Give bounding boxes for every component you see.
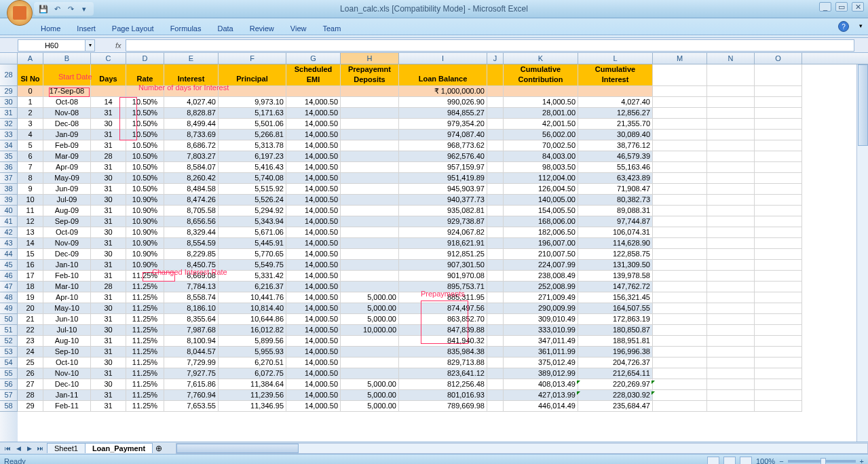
cell[interactable]: 84,003.00: [504, 151, 578, 162]
row-header[interactable]: 55: [0, 368, 18, 379]
cell[interactable]: 8,705.58: [164, 206, 219, 216]
cell[interactable]: 5,526.24: [219, 195, 286, 206]
cell[interactable]: Aug-09: [43, 206, 91, 216]
cell[interactable]: [653, 249, 707, 260]
ribbon-tab-page-layout[interactable]: Page Layout: [104, 22, 162, 35]
cell[interactable]: 11,384.64: [219, 379, 286, 390]
cell[interactable]: 11.25%: [126, 314, 164, 325]
row-header[interactable]: 53: [0, 347, 18, 357]
cell[interactable]: 5,331.42: [219, 271, 286, 282]
cell[interactable]: Aug-10: [43, 336, 91, 347]
cell[interactable]: Jun-09: [43, 184, 91, 195]
cell[interactable]: 10.90%: [126, 216, 164, 227]
cell[interactable]: 10.50%: [126, 151, 164, 162]
cell[interactable]: 5,266.81: [219, 130, 286, 140]
cell[interactable]: [487, 119, 504, 130]
cell[interactable]: [341, 97, 399, 108]
cell[interactable]: 24: [18, 347, 43, 357]
cell[interactable]: 31: [91, 184, 126, 195]
cell[interactable]: 901,970.08: [399, 271, 487, 282]
cell[interactable]: 31: [91, 368, 126, 379]
ribbon-tab-formulas[interactable]: Formulas: [162, 22, 210, 35]
cell[interactable]: Principal: [219, 64, 286, 86]
cell[interactable]: 31: [91, 238, 126, 249]
cell[interactable]: [707, 184, 755, 195]
cell[interactable]: 21: [18, 314, 43, 325]
cell[interactable]: 4,027.40: [164, 97, 219, 108]
cell[interactable]: 10.50%: [126, 130, 164, 140]
cell[interactable]: [487, 206, 504, 216]
cell[interactable]: 140,005.00: [504, 195, 578, 206]
cell[interactable]: 25: [18, 357, 43, 368]
page-break-view-button[interactable]: [740, 457, 752, 465]
cell[interactable]: [487, 238, 504, 249]
cell[interactable]: 224,007.99: [504, 260, 578, 271]
cell[interactable]: [653, 282, 707, 292]
cell[interactable]: 11.25%: [126, 292, 164, 303]
cell[interactable]: 210,007.50: [504, 249, 578, 260]
cell[interactable]: 46,579.39: [578, 151, 653, 162]
cell[interactable]: [755, 195, 802, 206]
spreadsheet-grid[interactable]: ABCDEFGHIJKLMNO 282930313233343536373839…: [0, 53, 868, 442]
cell[interactable]: [755, 173, 802, 184]
cell[interactable]: 8,044.57: [164, 347, 219, 357]
cell[interactable]: [653, 260, 707, 271]
cell[interactable]: 16,012.82: [219, 325, 286, 336]
column-header-cell[interactable]: PrepayemntDeposits: [341, 64, 399, 86]
cell[interactable]: 14,000.50: [286, 303, 341, 314]
cell[interactable]: [653, 97, 707, 108]
cell[interactable]: 5,515.92: [219, 184, 286, 195]
cell[interactable]: 188,951.81: [578, 336, 653, 347]
cell[interactable]: [341, 151, 399, 162]
cell[interactable]: 14,000.50: [286, 390, 341, 401]
cell[interactable]: [755, 357, 802, 368]
cell[interactable]: [487, 368, 504, 379]
namebox-dropdown[interactable]: ▾: [86, 39, 95, 52]
cell[interactable]: 28: [91, 151, 126, 162]
row-header[interactable]: 28: [0, 64, 18, 86]
cell[interactable]: [487, 260, 504, 271]
cell[interactable]: 8,229.85: [164, 249, 219, 260]
cell[interactable]: 6,216.37: [219, 282, 286, 292]
ribbon-tab-data[interactable]: Data: [209, 22, 241, 35]
cell[interactable]: 8,656.56: [164, 216, 219, 227]
cell[interactable]: 14,000.50: [286, 162, 341, 173]
column-header-O[interactable]: O: [755, 53, 802, 64]
cell[interactable]: [487, 325, 504, 336]
cell[interactable]: [707, 292, 755, 303]
cell[interactable]: [487, 357, 504, 368]
name-box[interactable]: [18, 39, 86, 52]
cell[interactable]: [653, 195, 707, 206]
row-header[interactable]: 51: [0, 325, 18, 336]
zoom-out-button[interactable]: −: [779, 457, 783, 465]
cell[interactable]: 29: [18, 401, 43, 412]
cell[interactable]: [653, 336, 707, 347]
cell[interactable]: [755, 314, 802, 325]
cell[interactable]: [755, 390, 802, 401]
cell[interactable]: [653, 64, 707, 86]
cell[interactable]: 14,000.50: [286, 206, 341, 216]
cell[interactable]: 11.25%: [126, 271, 164, 282]
minimize-button[interactable]: _: [819, 2, 831, 12]
cell[interactable]: 14,000.50: [286, 336, 341, 347]
horizontal-scrollbar[interactable]: [176, 443, 868, 454]
cell[interactable]: Sep-09: [43, 216, 91, 227]
cell[interactable]: [91, 86, 126, 97]
cell[interactable]: 5,000.00: [341, 303, 399, 314]
cell[interactable]: 22: [18, 325, 43, 336]
column-header-L[interactable]: L: [578, 53, 653, 64]
cell[interactable]: 957,159.97: [399, 162, 487, 173]
row-header[interactable]: 52: [0, 336, 18, 347]
cell[interactable]: 14,000.50: [286, 151, 341, 162]
cell[interactable]: 14,000.50: [286, 282, 341, 292]
cell[interactable]: [707, 249, 755, 260]
cell[interactable]: [653, 162, 707, 173]
sheet-tab-sheet1[interactable]: Sheet1: [47, 443, 86, 453]
cell[interactable]: [755, 97, 802, 108]
cell[interactable]: 220,269.97: [578, 379, 653, 390]
ribbon-tab-review[interactable]: Review: [242, 22, 282, 35]
cell[interactable]: [755, 336, 802, 347]
cell[interactable]: 80,382.73: [578, 195, 653, 206]
row-header[interactable]: 46: [0, 271, 18, 282]
cell[interactable]: [341, 368, 399, 379]
